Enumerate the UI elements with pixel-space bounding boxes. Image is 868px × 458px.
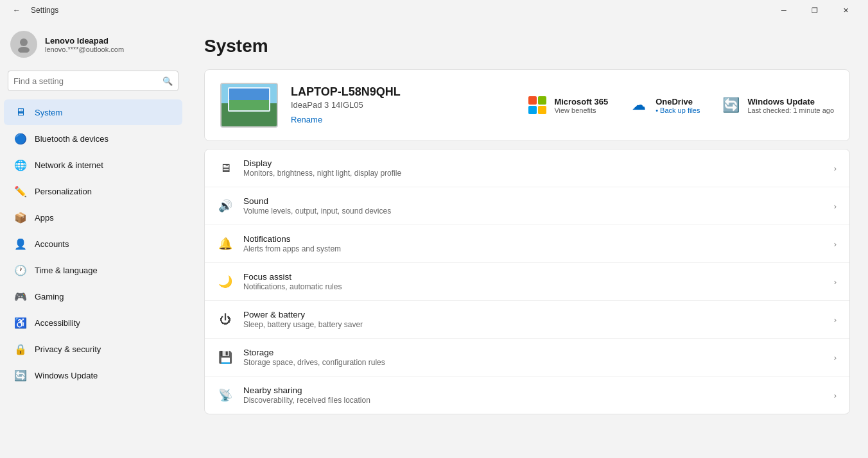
sidebar-item-privacy[interactable]: 🔒 Privacy & security — [4, 336, 182, 362]
device-hostname: LAPTOP-L58N9QHL — [291, 85, 514, 99]
settings-item-sound[interactable]: 🔊 Sound Volume levels, output, input, so… — [205, 187, 849, 225]
sound-content: Sound Volume levels, output, input, soun… — [243, 196, 824, 216]
sidebar-item-label: Apps — [35, 213, 54, 223]
window-controls: ─ ❐ ✕ — [769, 0, 860, 21]
sidebar-nav: 🖥 System 🔵 Bluetooth & devices 🌐 Network… — [0, 96, 186, 458]
privacy-icon: 🔒 — [14, 343, 27, 355]
power-icon: ⏻ — [218, 312, 233, 327]
nearby-chevron: › — [834, 391, 837, 400]
focus-title: Focus assist — [243, 272, 824, 282]
user-profile[interactable]: Lenovo Ideapad lenovo.****@outlook.com — [0, 21, 186, 68]
settings-item-notifications[interactable]: 🔔 Notifications Alerts from apps and sys… — [205, 225, 849, 263]
windows-update-title: Windows Update — [747, 97, 834, 106]
power-chevron: › — [834, 315, 837, 325]
user-email: lenovo.****@outlook.com — [45, 46, 124, 53]
storage-chevron: › — [834, 353, 837, 362]
notifications-icon: 🔔 — [218, 236, 233, 251]
sidebar-item-system[interactable]: 🖥 System — [4, 99, 182, 125]
sidebar-item-label: Bluetooth & devices — [35, 134, 108, 144]
network-icon: 🌐 — [14, 158, 27, 171]
personalization-icon: ✏️ — [14, 185, 27, 198]
page-title: System — [204, 36, 850, 56]
back-button[interactable]: ← — [8, 1, 26, 19]
windows-update-action[interactable]: 🔄 Windows Update Last checked: 1 minute … — [720, 95, 834, 115]
apps-icon: 📦 — [14, 211, 27, 224]
power-subtitle: Sleep, battery usage, battery saver — [243, 320, 824, 329]
sidebar-item-update[interactable]: 🔄 Windows Update — [4, 362, 182, 388]
gaming-icon: 🎮 — [14, 290, 27, 303]
sidebar-item-gaming[interactable]: 🎮 Gaming — [4, 284, 182, 309]
display-chevron: › — [834, 164, 837, 173]
sidebar-item-apps[interactable]: 📦 Apps — [4, 205, 182, 230]
sidebar-item-label: Time & language — [35, 266, 98, 275]
main-content: System LAPTOP-L58N9QHL IdeaPad 3 14IGL05… — [186, 21, 868, 458]
search-box[interactable]: 🔍 — [8, 71, 178, 91]
power-content: Power & battery Sleep, battery usage, ba… — [243, 310, 824, 329]
focus-content: Focus assist Notifications, automatic ru… — [243, 272, 824, 291]
search-icon: 🔍 — [162, 76, 173, 86]
sidebar-item-network[interactable]: 🌐 Network & internet — [4, 152, 182, 178]
settings-list: 🖥 Display Monitors, brightness, night li… — [204, 149, 850, 414]
system-icon: 🖥 — [14, 106, 27, 119]
onedrive-icon: ☁ — [629, 95, 649, 115]
sidebar-item-label: Personalization — [35, 187, 92, 196]
device-model: IdeaPad 3 14IGL05 — [291, 100, 514, 110]
onedrive-subtitle: • Back up files — [655, 106, 700, 114]
accounts-icon: 👤 — [14, 237, 27, 250]
device-info: LAPTOP-L58N9QHL IdeaPad 3 14IGL05 Rename — [291, 85, 514, 125]
bluetooth-icon: 🔵 — [14, 132, 27, 145]
time-icon: 🕐 — [14, 264, 27, 276]
nearby-content: Nearby sharing Discoverability, received… — [243, 386, 824, 405]
focus-chevron: › — [834, 277, 837, 287]
focus-subtitle: Notifications, automatic rules — [243, 282, 824, 291]
notifications-subtitle: Alerts from apps and system — [243, 244, 824, 253]
onedrive-action[interactable]: ☁ OneDrive • Back up files — [629, 95, 700, 115]
accessibility-icon: ♿ — [14, 316, 27, 329]
close-button[interactable]: ✕ — [831, 0, 860, 21]
notifications-chevron: › — [834, 239, 837, 249]
storage-subtitle: Storage space, drives, configuration rul… — [243, 358, 824, 367]
app-body: Lenovo Ideapad lenovo.****@outlook.com 🔍… — [0, 21, 868, 458]
avatar — [10, 31, 37, 58]
microsoft365-action[interactable]: Microsoft 365 View benefits — [527, 95, 608, 115]
nearby-icon: 📡 — [218, 387, 233, 403]
rename-link[interactable]: Rename — [291, 115, 322, 124]
onedrive-text: OneDrive • Back up files — [655, 97, 700, 114]
focus-icon: 🌙 — [218, 274, 233, 289]
notifications-title: Notifications — [243, 234, 824, 244]
svg-point-1 — [18, 47, 30, 53]
svg-rect-7 — [229, 100, 269, 110]
maximize-button[interactable]: ❐ — [800, 0, 829, 21]
microsoft365-icon — [527, 95, 548, 115]
display-icon: 🖥 — [218, 160, 233, 176]
svg-point-0 — [20, 38, 28, 46]
microsoft365-text: Microsoft 365 View benefits — [554, 97, 608, 114]
notifications-content: Notifications Alerts from apps and syste… — [243, 234, 824, 253]
minimize-button[interactable]: ─ — [769, 0, 799, 21]
sidebar-item-personalization[interactable]: ✏️ Personalization — [4, 178, 182, 204]
update-icon: 🔄 — [14, 369, 27, 382]
settings-item-power[interactable]: ⏻ Power & battery Sleep, battery usage, … — [205, 301, 849, 339]
sidebar-item-label: Gaming — [35, 292, 64, 301]
display-content: Display Monitors, brightness, night ligh… — [243, 158, 824, 178]
sidebar-item-accessibility[interactable]: ♿ Accessibility — [4, 310, 182, 335]
settings-item-focus[interactable]: 🌙 Focus assist Notifications, automatic … — [205, 263, 849, 301]
sidebar-item-time[interactable]: 🕐 Time & language — [4, 257, 182, 283]
titlebar: ← Settings ─ ❐ ✕ — [0, 0, 868, 21]
user-info: Lenovo Ideapad lenovo.****@outlook.com — [45, 36, 124, 53]
settings-item-storage[interactable]: 💾 Storage Storage space, drives, configu… — [205, 339, 849, 377]
sidebar-item-label: Accessibility — [35, 318, 80, 328]
sound-subtitle: Volume levels, output, input, sound devi… — [243, 207, 824, 216]
power-title: Power & battery — [243, 310, 824, 319]
microsoft365-title: Microsoft 365 — [554, 97, 608, 106]
user-name: Lenovo Ideapad — [45, 36, 124, 46]
sidebar: Lenovo Ideapad lenovo.****@outlook.com 🔍… — [0, 21, 186, 458]
onedrive-title: OneDrive — [655, 97, 700, 106]
settings-item-nearby[interactable]: 📡 Nearby sharing Discoverability, receiv… — [205, 377, 849, 414]
sidebar-item-label: Windows Update — [35, 371, 98, 380]
settings-item-display[interactable]: 🖥 Display Monitors, brightness, night li… — [205, 149, 849, 187]
sidebar-item-bluetooth[interactable]: 🔵 Bluetooth & devices — [4, 126, 182, 151]
search-input[interactable] — [13, 76, 162, 86]
svg-rect-6 — [229, 89, 269, 100]
sidebar-item-accounts[interactable]: 👤 Accounts — [4, 231, 182, 257]
